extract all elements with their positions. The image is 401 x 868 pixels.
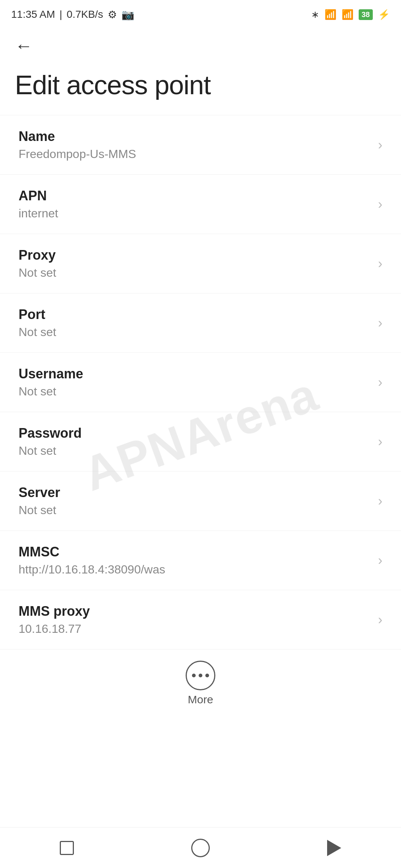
item-label-3: Port [19, 307, 56, 322]
settings-item-proxy[interactable]: ProxyNot set› [0, 234, 401, 293]
settings-item-username[interactable]: UsernameNot set› [0, 352, 401, 412]
more-dot-2 [199, 674, 202, 677]
status-left: 11:35 AM | 0.7KB/s ⚙ 📷 [11, 9, 134, 21]
nav-circle-icon [191, 839, 210, 857]
camera-icon: 📷 [121, 9, 134, 21]
status-bar: 11:35 AM | 0.7KB/s ⚙ 📷 ∗ 📶 📶 38 ⚡ [0, 0, 401, 26]
settings-item-apn[interactable]: APNinternet› [0, 174, 401, 234]
item-value-2: Not set [19, 266, 56, 280]
more-dot-1 [192, 674, 196, 677]
settings-item-mmsc[interactable]: MMSChttp://10.16.18.4:38090/was› [0, 530, 401, 590]
item-value-4: Not set [19, 385, 83, 398]
wifi-icon: 📶 [342, 9, 353, 20]
item-label-5: Password [19, 425, 82, 441]
item-label-8: MMS proxy [19, 604, 90, 619]
status-right: ∗ 📶 📶 38 ⚡ [311, 9, 390, 20]
signal-icon: 📶 [325, 9, 336, 20]
settings-item-server[interactable]: ServerNot set› [0, 471, 401, 530]
item-value-6: Not set [19, 503, 60, 517]
charging-icon: ⚡ [378, 9, 390, 20]
chevron-icon-8: › [378, 612, 382, 628]
chevron-icon-0: › [378, 137, 382, 153]
network-speed: 0.7KB/s [67, 9, 103, 20]
settings-item-port[interactable]: PortNot set› [0, 293, 401, 352]
bluetooth-icon: ∗ [311, 9, 319, 20]
speed-display: | [59, 9, 62, 20]
chevron-icon-2: › [378, 256, 382, 272]
top-bar: ← [0, 26, 401, 59]
item-label-7: MMSC [19, 544, 165, 560]
chevron-icon-5: › [378, 434, 382, 450]
chevron-icon-3: › [378, 315, 382, 331]
chevron-icon-6: › [378, 493, 382, 509]
item-label-2: Proxy [19, 247, 56, 263]
chevron-icon-1: › [378, 197, 382, 212]
more-dot-3 [205, 674, 209, 677]
item-value-7: http://10.16.18.4:38090/was [19, 563, 165, 576]
nav-home-button[interactable] [48, 837, 85, 859]
nav-recent-button[interactable] [316, 837, 353, 859]
item-label-4: Username [19, 366, 83, 382]
item-value-5: Not set [19, 444, 82, 458]
time-display: 11:35 AM [11, 9, 55, 20]
item-value-8: 10.16.18.77 [19, 622, 90, 636]
chevron-icon-4: › [378, 375, 382, 390]
settings-item-mms-proxy[interactable]: MMS proxy10.16.18.77› [0, 590, 401, 650]
settings-item-name[interactable]: NameFreedompop-Us-MMS› [0, 115, 401, 174]
settings-icon: ⚙ [108, 9, 117, 21]
more-button[interactable]: More [0, 650, 401, 713]
nav-square-icon [60, 841, 74, 855]
back-button[interactable]: ← [15, 37, 33, 55]
nav-back-button[interactable] [182, 837, 219, 859]
settings-list: NameFreedompop-Us-MMS›APNinternet›ProxyN… [0, 115, 401, 650]
nav-bar [0, 827, 401, 868]
more-circle-icon [186, 661, 215, 690]
item-value-1: internet [19, 207, 58, 220]
more-label: More [188, 693, 213, 706]
item-value-0: Freedompop-Us-MMS [19, 147, 136, 161]
item-value-3: Not set [19, 325, 56, 339]
item-label-6: Server [19, 485, 60, 500]
item-label-1: APN [19, 188, 58, 204]
item-label-0: Name [19, 129, 136, 144]
nav-triangle-icon [327, 840, 341, 856]
battery-indicator: 38 [359, 9, 373, 20]
page-title: Edit access point [0, 59, 401, 115]
settings-item-password[interactable]: PasswordNot set› [0, 412, 401, 471]
chevron-icon-7: › [378, 553, 382, 568]
